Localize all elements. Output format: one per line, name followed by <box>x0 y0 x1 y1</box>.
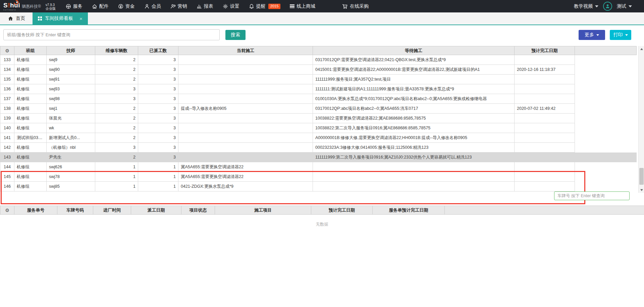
cell-row-number: 145 <box>0 172 14 182</box>
cell-current-work: 提成--导入修改名称0905 <box>178 104 313 114</box>
board-column-header-5: 等待施工 <box>313 46 515 55</box>
print-button[interactable]: 打印 <box>610 30 631 40</box>
nav-item-7[interactable]: 设置 <box>218 0 244 12</box>
cell-technician: 张晨光 <box>47 114 95 123</box>
board-row-133[interactable]: 133机修组swj92303170012QP:需要更换空调滤清器22;0421-… <box>0 55 637 65</box>
cell-dispatched-count: 3 <box>138 133 178 143</box>
cell-group: 机修组 <box>14 123 47 133</box>
cell-row-number: 139 <box>0 114 14 123</box>
board-row-139[interactable]: 139机修组张晨光2310038822:需要更换空调滤清器22;冀AE86868… <box>0 114 637 123</box>
cell-dispatched-count: 1 <box>138 182 178 191</box>
cell-current-work: 冀A5A655:需要更换空调滤清器22 <box>178 172 313 182</box>
nav-item-8[interactable]: 提醒2015 <box>244 0 285 12</box>
group-tech-search-input[interactable] <box>3 29 220 40</box>
cart-icon <box>342 4 348 9</box>
cell-waiting-work: 10038822:需要更换空调滤清器22;冀AE868686:8585,7857… <box>313 114 515 123</box>
search-button[interactable]: 搜索 <box>225 30 246 40</box>
menu-icon <box>290 4 294 8</box>
cell-dispatched-count: 3 <box>138 84 178 94</box>
board-row-138[interactable]: 138机修组swj123提成--导入修改名称090503170012QP:abc… <box>0 104 637 114</box>
orders-column-header-4: 项目状态 <box>181 206 215 215</box>
orders-column-header-2: 进厂时间 <box>93 206 131 215</box>
orders-header-row: ⚙服务单号车牌号码进厂时间派工日期项目状态施工项目预计完工日期服务单预计完工日期 <box>0 206 644 215</box>
cell-filler <box>575 104 637 114</box>
cell-waiting-work <box>313 162 515 172</box>
vertical-scrollbar[interactable] <box>638 46 644 193</box>
cell-filler <box>575 94 637 104</box>
cell-group: 机修组 <box>14 104 47 114</box>
cell-group: 机修组 <box>14 172 47 182</box>
cell-vehicle-count: 2 <box>95 123 138 133</box>
cell-vehicle-count: 2 <box>95 75 138 84</box>
column-settings-icon[interactable]: ⚙ <box>5 208 9 213</box>
cell-filler <box>575 84 637 94</box>
nav-item-4[interactable]: 会员 <box>140 0 166 12</box>
cell-row-number: 141 <box>0 133 14 143</box>
scroll-up-button[interactable] <box>639 46 644 52</box>
cell-vehicle-count: 2 <box>95 55 138 65</box>
board-row-134[interactable]: 134机修组swj90230415001:需要更换空调滤清器22;A000000… <box>0 65 637 75</box>
cell-current-work <box>178 94 313 104</box>
board-row-141[interactable]: 141测试班组03220新增测试人员0...23A00000001B:修修大修,… <box>0 133 637 143</box>
plate-number-search-input[interactable] <box>554 191 630 200</box>
orders-column-filler <box>445 206 644 215</box>
board-row-145[interactable]: 145机修组swj7811冀A5A655:需要更换空调滤清器22 <box>0 172 637 182</box>
tab-workshop-board-label: 车间技师看板 <box>45 15 73 21</box>
board-column-header-2: 维修车辆数 <box>95 46 138 55</box>
grid-icon <box>38 16 42 20</box>
cell-technician: swj91 <box>47 75 95 84</box>
cell-group: 机修组 <box>14 94 47 104</box>
nav-item-9[interactable]: 线上商城 <box>285 0 320 12</box>
user-menu[interactable]: 测试 <box>617 3 632 9</box>
cell-group: 机修组 <box>14 75 47 84</box>
more-button[interactable]: 更多 <box>579 30 605 40</box>
gear-icon <box>223 4 228 9</box>
nav-item-label: 会员 <box>152 3 161 9</box>
cell-current-work: 0421-ZDGX:更换水泵总成*9 <box>178 182 313 191</box>
nav-item-6[interactable]: 报表 <box>192 0 218 12</box>
board-row-137[interactable]: 137机修组swj983301001030A:更换水泵总成*9;03170012… <box>0 94 637 104</box>
tutorial-videos-menu[interactable]: 教学视频 <box>574 3 598 9</box>
board-row-142[interactable]: 142机修组（机修组）nbl33000232323A:3修修大修;0414005… <box>0 143 637 152</box>
column-settings-icon[interactable]: ⚙ <box>5 48 9 53</box>
cell-waiting-work: 03170012QP:需要更换空调滤清器22;0421-QBGX:test,更换… <box>313 55 515 65</box>
scrollbar-thumb[interactable] <box>639 168 644 185</box>
bell-icon <box>249 4 254 9</box>
cell-row-number: 143 <box>0 152 14 162</box>
board-row-144[interactable]: 144机修组swj62611冀A5A655:需要更换空调滤清器22 <box>0 162 637 172</box>
cell-vehicle-count: 2 <box>95 65 138 75</box>
cell-current-work: 冀A5A655:需要更换空调滤清器22 <box>178 162 313 172</box>
board-row-143[interactable]: 143机修组尹先生23111111999:第二次导入服务项目0916;冀AZ10… <box>0 152 637 162</box>
app-logo[interactable]: S!hui software 驷惠科技® <box>0 0 41 12</box>
board-column-filler <box>575 46 637 55</box>
cell-dispatched-count: 3 <box>138 65 178 75</box>
cell-technician: （机修组）nbl <box>47 143 95 152</box>
scroll-down-button[interactable] <box>639 187 644 193</box>
top-navbar: S!hui software 驷惠科技® v7.9.3 企业版 服务配件资金会员… <box>0 0 644 12</box>
nav-item-1[interactable]: 服务 <box>61 0 87 12</box>
nav-item-2[interactable]: 配件 <box>87 0 113 12</box>
cell-group: 机修组 <box>14 152 47 162</box>
cell-filler <box>575 123 637 133</box>
orders-column-header-3: 派工日期 <box>131 206 181 215</box>
tab-workshop-board[interactable]: 车间技师看板 × <box>33 12 88 25</box>
nav-item-label: 在线采购 <box>350 3 369 9</box>
cell-current-work <box>178 123 313 133</box>
board-row-146[interactable]: 146机修组swj85110421-ZDGX:更换水泵总成*9 <box>0 182 637 191</box>
avatar[interactable] <box>603 2 612 11</box>
tab-home[interactable]: 首页 <box>0 12 33 25</box>
board-row-140[interactable]: 140机修组wk2310038822:第二次导入服务项目0916;冀AE8686… <box>0 123 637 133</box>
tab-home-label: 首页 <box>16 15 25 21</box>
nav-item-5[interactable]: 营销 <box>166 0 192 12</box>
cell-expected-finish <box>515 94 575 104</box>
close-icon[interactable]: × <box>79 16 83 21</box>
nav-item-3[interactable]: 资金 <box>113 0 140 12</box>
board-row-136[interactable]: 136机修组swj93331111111:测试新建项目的A1;111111999… <box>0 84 637 94</box>
cell-expected-finish <box>515 182 575 191</box>
cell-filler <box>575 114 637 123</box>
board-row-135[interactable]: 135机修组swj9123111111999:服务项目;冀A357Q2:test… <box>0 75 637 84</box>
nav-item-10[interactable]: 在线采购 <box>337 0 373 12</box>
steering-wheel-icon <box>66 4 71 9</box>
cell-current-work <box>178 55 313 65</box>
no-data-message: 无数据 <box>0 222 644 227</box>
